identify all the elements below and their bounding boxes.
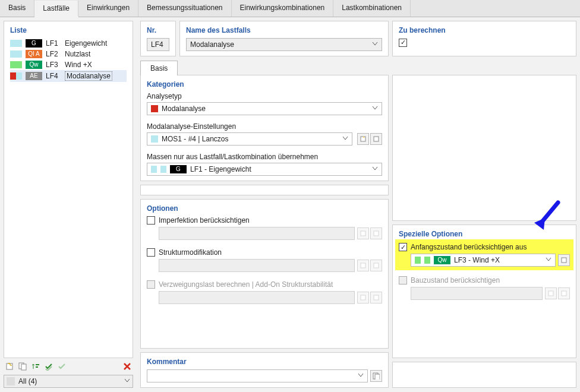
edit-button [558,287,570,299]
swatch-icon [16,40,22,47]
top-tab-bar: Basis Lastfälle Einwirkungen Bemessungss… [0,0,580,17]
category-badge: G [170,165,187,173]
modal-settings-select[interactable]: MOS1 - #4 | Lanczos [147,132,352,146]
chevron-down-icon [124,377,130,385]
new-button[interactable] [4,361,15,372]
construction-stage-checkbox [399,276,407,284]
new-button [357,260,369,271]
highlighted-option: Anfangszustand berücksichtigen aus Qw LF… [395,239,573,270]
kommentar-title: Kommentar [147,358,382,366]
category-badge: AE [26,72,42,80]
tab-einwirkungskombinationen[interactable]: Einwirkungskombinationen [232,0,334,17]
mass-source-select[interactable]: G LF1 - Eigengewicht [147,163,382,176]
loadcase-id: LF3 [46,61,61,69]
construction-stage-select [411,287,543,300]
analysetyp-select[interactable]: Modalanalyse [147,102,382,115]
svg-rect-10 [374,263,379,268]
kategorien-panel: Kategorien Analysetyp Modalanalyse Modal… [140,75,389,181]
swatch-icon [16,72,22,80]
swatch-icon [415,257,421,264]
tab-bemessungssituationen[interactable]: Bemessungssituationen [138,0,231,17]
category-badge: Qw [26,61,42,69]
mass-value: LF1 - Eigengewicht [190,165,251,173]
svg-rect-4 [36,366,38,368]
svg-rect-15 [562,258,566,263]
loadcase-name: Eigengewicht [65,39,107,48]
edit-settings-button[interactable] [370,133,382,145]
imperfection-checkbox[interactable] [147,216,155,225]
svg-rect-16 [549,291,553,296]
kategorien-title: Kategorien [147,80,382,88]
svg-rect-0 [7,363,12,369]
svg-rect-2 [21,364,26,370]
loadcase-id: LF2 [46,50,61,58]
edit-button [370,227,382,239]
swatch-icon [10,50,16,58]
loadcase-name: Wind +X [65,61,92,69]
optionen-panel: Optionen Imperfektion berücksichtigen [140,199,389,349]
construction-stage-label: Bauzustand berücksichtigen [411,276,500,284]
category-badge: G [26,39,42,48]
modal-settings-label: Modalanalyse-Einstellungen [147,122,382,131]
list-item[interactable]: AE LF4 Modalanalyse [10,70,127,82]
calculate-checkbox[interactable] [399,39,407,47]
buckling-label: Verzweigungslast berechnen | Add-On Stru… [159,280,333,289]
chevron-down-icon [372,165,378,173]
swatch-icon [160,166,166,173]
svg-rect-11 [361,295,365,300]
nr-value: LF4 [147,38,169,51]
spacer-panel [140,185,389,195]
filter-icon [7,377,15,385]
tab-lastfaelle[interactable]: Lastfälle [34,1,78,17]
inner-tab-basis[interactable]: Basis [140,61,178,75]
color-swatch-icon [151,105,158,112]
svg-rect-17 [562,291,566,296]
delete-button[interactable] [121,361,133,372]
sort-button[interactable] [30,361,42,372]
uncheck-all-button[interactable] [56,361,68,372]
initial-state-select[interactable]: Qw LF3 - Wind +X [411,254,556,267]
kommentar-edit-button[interactable] [370,370,382,382]
check-all-button[interactable] [43,361,55,372]
swatch-icon [10,72,16,80]
list-item[interactable]: Qw LF3 Wind +X [10,59,127,70]
loadcase-name: Nutzlast [65,50,90,58]
edit-button [370,292,382,304]
tab-basis[interactable]: Basis [0,0,34,17]
copy-button[interactable] [17,361,29,372]
chevron-down-icon [342,135,348,143]
initial-state-value: LF3 - Wind +X [454,256,500,264]
buckling-select [159,291,355,304]
initial-state-label: Anfangszustand berücksichtigen aus [411,243,527,251]
filter-select[interactable]: All (4) [4,375,133,388]
svg-rect-6 [374,137,379,141]
arrow-annotation-icon [532,200,560,231]
structure-mod-checkbox[interactable] [147,248,155,257]
structure-mod-label: Strukturmodifikation [159,248,222,257]
list-item[interactable]: QI A LF2 Nutzlast [10,49,127,59]
initial-state-checkbox[interactable] [399,243,407,251]
new-settings-button[interactable] [357,133,369,145]
calculate-title: Zu berechnen [399,26,570,34]
buckling-checkbox [147,280,155,289]
imperfection-select [159,227,355,240]
list-toolbar [4,358,133,375]
new-button [357,227,369,239]
tab-einwirkungen[interactable]: Einwirkungen [78,0,138,17]
list-item[interactable]: G LF1 Eigengewicht [10,38,127,49]
calculate-panel: Zu berechnen [392,21,576,56]
chevron-down-icon [546,256,551,264]
swatch-icon [424,257,430,264]
swatch-icon [16,61,22,68]
list-body: G LF1 Eigengewicht QI A LF2 Nutzlast [10,38,127,353]
svg-rect-9 [361,263,365,268]
kommentar-select[interactable] [147,369,368,382]
swatch-icon [16,50,22,58]
name-value: Modalanalyse [190,40,234,49]
optionen-title: Optionen [147,204,382,213]
tab-lastkombinationen[interactable]: Lastkombinationen [333,0,411,17]
loadcase-name-select[interactable]: Modalanalyse [186,38,382,51]
edit-initial-state-button[interactable] [558,254,570,266]
svg-rect-12 [374,295,379,300]
loadcase-id: LF1 [46,39,61,48]
